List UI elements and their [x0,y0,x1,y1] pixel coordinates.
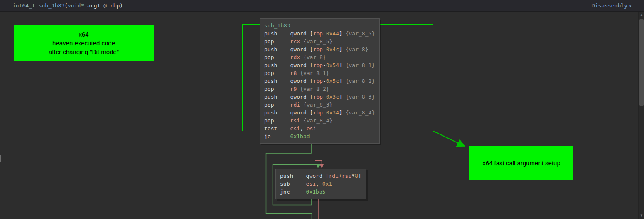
chevron-down-icon: ▾ [629,4,632,8]
flow-edge-false-entry-to-loop [315,144,322,168]
annotation-line: after changing "Bit mode" [49,47,119,56]
graph-canvas[interactable]: sub_1b83:pushqword [rbp-0x44] {var_8_5}p… [0,12,638,219]
annotation-line: x64 fast call argument setup [482,159,560,167]
instruction-row[interactable]: testesi, esi [264,124,375,132]
instruction-row[interactable]: pushqword [rbp-0x4c] {var_8} [264,45,375,53]
binary-ninja-window: int64_t sub_1b83(void* arg1 @ rbp) Disas… [0,0,644,219]
instruction-row[interactable]: popr9 {var_8_2} [264,85,375,93]
basic-block-loop[interactable]: pushqword [rdi+rsi*8]subesi, 0x1jne0x1ba… [275,169,366,199]
instruction-row[interactable]: pushqword [rbp-0x34] {var_8_4} [264,109,375,117]
instruction-row[interactable]: pushqword [rdi+rsi*8] [280,172,362,180]
block-label[interactable]: sub_1b83: [264,22,375,30]
scroll-down-icon[interactable]: ▼ [639,212,644,219]
instruction-row[interactable]: pushqword [rbp-0x44] {var_8_5} [264,30,375,37]
instruction-row[interactable]: pushqword [rbp-0x5c] {var_8_2} [264,77,375,85]
annotation-arrow [433,131,465,146]
view-mode-label: Disassembly [592,2,627,9]
annotation-box-heaven: x64heaven executed codeafter changing "B… [14,25,154,61]
annotation-line: heaven executed code [52,39,115,47]
instruction-row[interactable]: pushqword [rbp-0x3c] {var_8_3} [264,93,375,101]
instruction-row[interactable]: pushqword [rbp-0x54] {var_8_1} [264,61,375,69]
basic-block-entry[interactable]: sub_1b83:pushqword [rbp-0x44] {var_8_5}p… [260,18,380,144]
annotation-line: x64 [79,30,88,39]
function-header-bar: int64_t sub_1b83(void* arg1 @ rbp) Disas… [0,0,644,12]
vertical-scrollbar[interactable]: ▲ ▼ [638,12,644,219]
instruction-row[interactable]: popr8 {var_8_1} [264,69,375,77]
instruction-row[interactable]: jne0x1ba5 [280,188,362,196]
instruction-row[interactable]: subesi, 0x1 [280,180,362,188]
instruction-row[interactable]: poprdi {var_8_3} [264,101,375,109]
instruction-row[interactable]: je0x1bad [264,132,375,140]
instruction-row[interactable]: poprcx {var_8_5} [264,37,375,45]
splitter-handle[interactable] [0,155,1,162]
scroll-up-icon[interactable]: ▲ [639,12,644,18]
function-signature: int64_t sub_1b83(void* arg1 @ rbp) [12,0,123,11]
annotation-box-fastcall: x64 fast call argument setup [469,146,573,180]
scrollbar-thumb[interactable] [639,19,644,106]
instruction-row[interactable]: poprdx {var_8} [264,53,375,61]
instruction-row[interactable]: poprsi {var_8_4} [264,117,375,124]
